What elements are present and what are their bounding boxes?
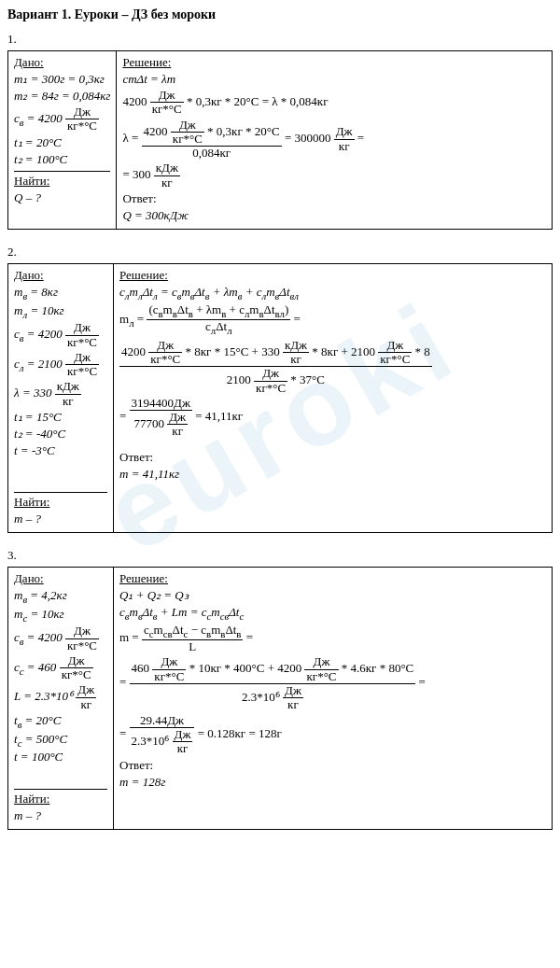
given-line: mc = 10кг	[14, 607, 107, 624]
eq-line: 4200 Джкг*°C * 0,3кг * 20°C = λ * 0,084к…	[122, 89, 546, 117]
solution-cell: Решение: Q₁ + Q₂ = Q₃ cвmвΔtв + Lm = ccm…	[114, 568, 553, 830]
problem-number: 2.	[7, 245, 553, 260]
eq-line: = 460 Джкг*°C * 10кг * 400°C + 4200 Джкг…	[119, 655, 546, 711]
eq-line: cвmвΔtв + Lm = ccmcвΔtc	[119, 605, 546, 622]
eq-line: 4200 Джкг*°C * 8кг * 15°C + 330 кДжкг * …	[119, 339, 546, 395]
solution-cell: Решение: cлmлΔtл = cвmвΔtв + λmв + cлmвΔ…	[114, 264, 553, 533]
find-label: Найти:	[14, 492, 107, 510]
given-line: cв = 4200 Джкг*°C	[14, 624, 107, 652]
given-line: cл = 2100 Джкг*°C	[14, 351, 107, 379]
given-line: mл = 10кг	[14, 303, 107, 320]
eq-line: = 300 кДжкг	[122, 161, 546, 189]
given-line: tв = 20°C	[14, 713, 107, 730]
find-label: Найти:	[14, 171, 110, 189]
find-line: m – ?	[14, 808, 107, 823]
answer-label: Ответ:	[119, 758, 546, 773]
eq-line: m = ccmcвΔtc − cвmвΔtвL =	[119, 624, 546, 654]
answer-line: Q = 300кДж	[122, 208, 546, 223]
find-line: m – ?	[14, 512, 107, 526]
eq-line: mл = (cвmвΔtв + λmв + cлmвΔtвл)cлΔtл =	[119, 303, 546, 337]
eq-line: = 3194400Дж 77700 Джкг = 41,11кг	[119, 397, 546, 439]
eq-line: cлmлΔtл = cвmвΔtв + λmв + cлmвΔtвл	[119, 285, 546, 302]
given-cell: Дано: mв = 4,2кг mc = 10кг cв = 4200 Джк…	[8, 568, 114, 830]
solution-label: Решение:	[122, 55, 546, 70]
solution-cell: Решение: cmΔt = λm 4200 Джкг*°C * 0,3кг …	[117, 51, 553, 230]
given-label: Дано:	[14, 268, 107, 283]
given-cell: Дано: mв = 8кг mл = 10кг cв = 4200 Джкг*…	[8, 264, 114, 533]
given-line: m₁ = 300г = 0,3кг	[14, 72, 110, 87]
problem-number: 3.	[7, 548, 553, 563]
solution-label: Решение:	[119, 268, 546, 283]
problem-3: Дано: mв = 4,2кг mc = 10кг cв = 4200 Джк…	[7, 567, 553, 830]
problem-number: 1.	[7, 32, 553, 47]
answer-label: Ответ:	[122, 191, 546, 206]
given-line: t₁ = 20°C	[14, 135, 110, 150]
eq-line: Q₁ + Q₂ = Q₃	[119, 588, 546, 603]
given-line: λ = 330 кДжкг	[14, 380, 107, 408]
given-line: mв = 8кг	[14, 285, 107, 302]
problem-2: Дано: mв = 8кг mл = 10кг cв = 4200 Джкг*…	[7, 263, 553, 533]
given-line: tc = 500°C	[14, 732, 107, 749]
given-line: cв = 4200 Джкг*°C	[14, 321, 107, 349]
given-line: mв = 4,2кг	[14, 588, 107, 605]
given-line: t₁ = 15°C	[14, 410, 107, 425]
given-line: t = 100°C	[14, 750, 107, 765]
given-line: m₂ = 84г = 0,084кг	[14, 89, 110, 104]
given-line: L = 2.3*10⁶ Джкг	[14, 683, 107, 711]
given-cell: Дано: m₁ = 300г = 0,3кг m₂ = 84г = 0,084…	[8, 51, 117, 230]
eq-line: = 29.44Дж 2.3*10⁶ Джкг = 0.128кг = 128г	[119, 714, 546, 756]
given-line: cв = 4200 Джкг*°C	[14, 105, 110, 133]
given-line: t₂ = -40°C	[14, 427, 107, 442]
given-label: Дано:	[14, 571, 107, 586]
answer-line: m = 41,11кг	[119, 467, 546, 482]
page-title: Вариант 1. Еуроки – ДЗ без мороки	[7, 7, 553, 22]
answer-line: m = 128г	[119, 775, 546, 790]
given-line: t₂ = 100°C	[14, 152, 110, 167]
eq-line: λ = 4200 Джкг*°C * 0,3кг * 20°C 0,084кг …	[122, 119, 546, 161]
find-line: Q – ?	[14, 190, 110, 205]
given-label: Дано:	[14, 55, 110, 70]
problem-1: Дано: m₁ = 300г = 0,3кг m₂ = 84г = 0,084…	[7, 50, 553, 230]
given-line: cc = 460 Джкг*°C	[14, 654, 107, 682]
answer-label: Ответ:	[119, 450, 546, 465]
eq-line: cmΔt = λm	[122, 72, 546, 87]
given-line: t = -3°C	[14, 443, 107, 458]
solution-label: Решение:	[119, 571, 546, 586]
find-label: Найти:	[14, 789, 107, 807]
